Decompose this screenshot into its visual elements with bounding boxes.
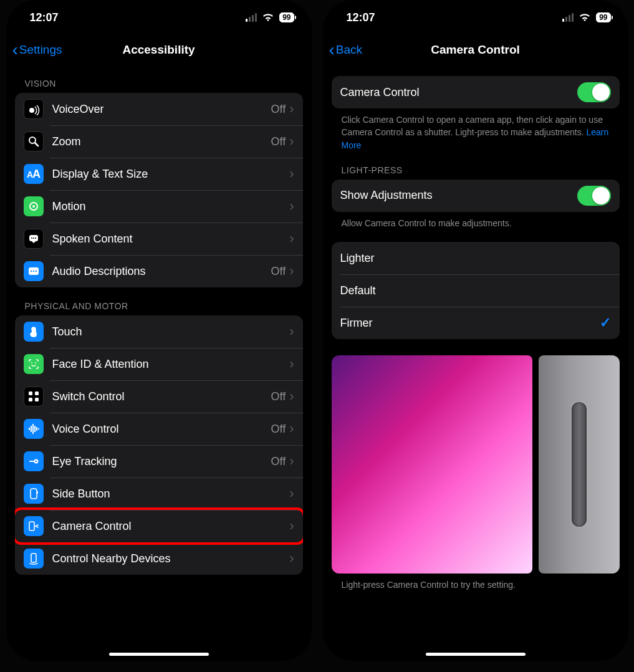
home-indicator[interactable] bbox=[109, 653, 209, 656]
cell-label: Face ID & Attention bbox=[52, 358, 290, 371]
nav-bar: ‹ Back Camera Control bbox=[323, 35, 628, 65]
cell-value: Off bbox=[271, 265, 286, 278]
chevron-left-icon: ‹ bbox=[12, 41, 18, 59]
status-right: 99 bbox=[562, 12, 610, 22]
option-label: Firmer bbox=[340, 317, 600, 330]
back-label: Back bbox=[336, 43, 362, 57]
cell-zoom[interactable]: ZoomOff› bbox=[15, 125, 303, 158]
svg-point-7 bbox=[33, 238, 34, 239]
status-bar: 12:07 99 bbox=[6, 0, 312, 35]
preview-side-button bbox=[539, 355, 620, 574]
chevron-right-icon: › bbox=[289, 421, 294, 437]
cell-label: Zoom bbox=[52, 135, 271, 148]
cell-touch[interactable]: Touch› bbox=[15, 315, 303, 348]
svg-rect-16 bbox=[35, 391, 39, 395]
cell-label: Voice Control bbox=[52, 423, 271, 436]
page-title: Camera Control bbox=[323, 43, 628, 57]
cell-display-text[interactable]: AADisplay & Text Size› bbox=[15, 158, 303, 190]
section-header-light-press: LIGHT-PRESS bbox=[332, 151, 620, 180]
svg-rect-29 bbox=[37, 491, 38, 494]
faceid-icon bbox=[24, 354, 44, 374]
touch-icon bbox=[24, 322, 44, 342]
camera-control-toggle[interactable] bbox=[577, 82, 611, 102]
svg-point-0 bbox=[29, 108, 34, 113]
status-time: 12:07 bbox=[30, 11, 59, 24]
chevron-right-icon: › bbox=[289, 356, 294, 372]
cell-label: Camera Control bbox=[52, 520, 290, 533]
section-header: VISION bbox=[15, 65, 303, 93]
back-label: Settings bbox=[19, 43, 62, 57]
svg-point-4 bbox=[32, 205, 35, 208]
back-button[interactable]: ‹ Settings bbox=[12, 41, 62, 59]
phone-left-accessibility: 12:07 99 ‹ Settings Accessibility VISION… bbox=[6, 0, 312, 661]
cell-eyetrack[interactable]: Eye TrackingOff› bbox=[15, 445, 303, 478]
camera-control-content: Camera Control Click Camera Control to o… bbox=[323, 65, 628, 661]
section-header: PHYSICAL AND MOTOR bbox=[15, 287, 303, 315]
chevron-right-icon: › bbox=[289, 198, 294, 214]
cell-label: VoiceOver bbox=[52, 103, 271, 116]
toggle-label: Camera Control bbox=[340, 86, 577, 99]
cell-label: Touch bbox=[52, 325, 290, 338]
group-press-options: LighterDefaultFirmer✓ bbox=[332, 242, 620, 339]
cell-faceid[interactable]: Face ID & Attention› bbox=[15, 348, 303, 380]
cell-value: Off bbox=[271, 390, 286, 403]
svg-rect-19 bbox=[29, 428, 30, 430]
cell-value: Off bbox=[271, 135, 286, 148]
svg-point-6 bbox=[31, 238, 32, 239]
battery-icon: 99 bbox=[596, 12, 610, 22]
cell-motion[interactable]: Motion› bbox=[15, 190, 303, 223]
voiceover-icon bbox=[24, 99, 44, 119]
cell-label: Motion bbox=[52, 200, 290, 213]
cell-voiceover[interactable]: VoiceOverOff› bbox=[15, 93, 303, 125]
svg-point-27 bbox=[35, 461, 37, 463]
svg-rect-17 bbox=[29, 398, 32, 401]
cell-audio-desc[interactable]: Audio DescriptionsOff› bbox=[15, 255, 303, 287]
preview-gradient bbox=[332, 355, 532, 574]
cell-sidebtn[interactable]: Side Button› bbox=[15, 478, 303, 510]
switch-icon bbox=[24, 386, 44, 406]
svg-rect-28 bbox=[31, 489, 37, 499]
camctrl-icon bbox=[24, 516, 44, 536]
audio-desc-icon bbox=[24, 261, 44, 281]
toggle-label: Show Adjustments bbox=[340, 189, 577, 202]
sidebtn-icon bbox=[24, 484, 44, 504]
chevron-right-icon: › bbox=[289, 518, 294, 534]
cell-spoken[interactable]: Spoken Content› bbox=[15, 223, 303, 255]
cell-switch[interactable]: Switch ControlOff› bbox=[15, 380, 303, 413]
option-default[interactable]: Default bbox=[332, 274, 620, 307]
svg-point-11 bbox=[32, 271, 34, 272]
svg-rect-30 bbox=[29, 522, 34, 530]
display-text-icon: AA bbox=[24, 164, 44, 184]
svg-rect-21 bbox=[32, 424, 34, 434]
cellular-icon bbox=[562, 13, 574, 22]
home-indicator[interactable] bbox=[426, 653, 526, 656]
option-firmer[interactable]: Firmer✓ bbox=[332, 307, 620, 339]
cell-label: Side Button bbox=[52, 487, 290, 501]
show-adjustments-toggle[interactable] bbox=[577, 186, 611, 206]
wifi-icon bbox=[262, 13, 274, 22]
group-show-adjustments: Show Adjustments bbox=[332, 180, 620, 212]
svg-rect-18 bbox=[35, 398, 39, 401]
cell-camctrl[interactable]: Camera Control› bbox=[15, 510, 303, 542]
option-lighter[interactable]: Lighter bbox=[332, 242, 620, 274]
cell-nearby[interactable]: Control Nearby Devices› bbox=[15, 542, 303, 575]
cell-voicectrl[interactable]: Voice ControlOff› bbox=[15, 413, 303, 445]
cell-label: Switch Control bbox=[52, 390, 271, 403]
status-time: 12:07 bbox=[347, 11, 375, 24]
settings-group: Touch›Face ID & Attention›Switch Control… bbox=[15, 315, 303, 575]
cell-label: Control Nearby Devices bbox=[52, 552, 290, 565]
nearby-icon bbox=[24, 549, 44, 569]
chevron-right-icon: › bbox=[289, 231, 294, 247]
status-bar: 12:07 99 bbox=[323, 0, 628, 35]
back-button[interactable]: ‹ Back bbox=[329, 41, 363, 59]
spoken-icon bbox=[24, 229, 44, 249]
chevron-left-icon: ‹ bbox=[329, 41, 335, 59]
svg-rect-20 bbox=[31, 426, 32, 432]
svg-line-2 bbox=[35, 143, 38, 146]
chevron-right-icon: › bbox=[289, 453, 294, 469]
cell-label: Spoken Content bbox=[52, 233, 290, 246]
camera-control-preview bbox=[332, 355, 620, 574]
svg-point-10 bbox=[30, 271, 31, 272]
svg-rect-31 bbox=[31, 554, 36, 562]
checkmark-icon: ✓ bbox=[600, 315, 611, 331]
